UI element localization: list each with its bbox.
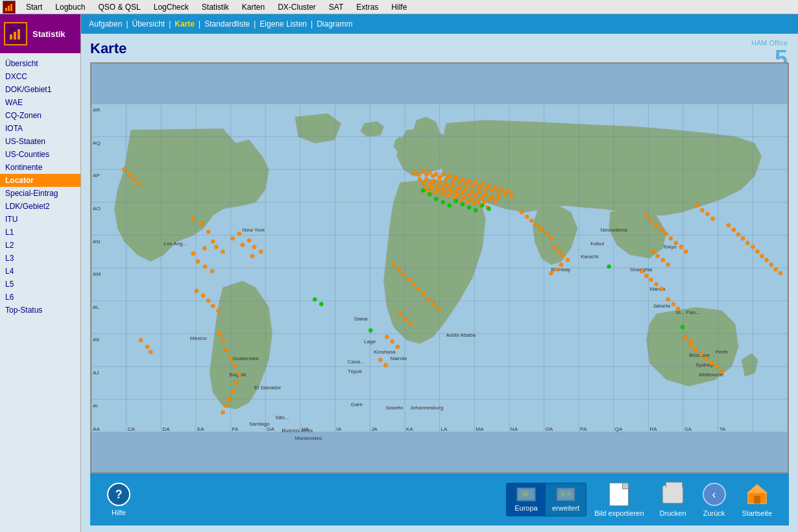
sidebar-item-l6[interactable]: L6 (0, 291, 80, 304)
svg-point-209 (201, 293, 205, 297)
sub-nav-separator: | (254, 19, 256, 29)
svg-point-298 (732, 228, 736, 232)
svg-point-238 (391, 339, 394, 343)
svg-point-153 (444, 182, 448, 186)
svg-text:Kinshasa: Kinshasa (374, 349, 396, 355)
sub-nav-separator: | (126, 19, 128, 29)
sidebar-item-wae[interactable]: WAE (0, 96, 80, 109)
world-map[interactable]: AA CA DA EA FA GA HA IA JA KA LA MA NA O… (90, 62, 789, 474)
sidebar-item-iota[interactable]: IOTA (0, 122, 80, 135)
sidebar-item--bersicht[interactable]: Übersicht (0, 57, 80, 70)
svg-point-160 (467, 193, 471, 197)
app-logo (3, 1, 16, 14)
svg-text:AJ: AJ (93, 370, 99, 376)
export-button[interactable]: Bild exportieren (586, 479, 651, 520)
menu-hilfe[interactable]: Hilfe (385, 1, 413, 13)
menu-logbuch[interactable]: Logbuch (49, 1, 91, 13)
svg-point-287 (666, 298, 670, 302)
svg-point-314 (454, 199, 458, 203)
svg-text:México: México (190, 335, 207, 341)
svg-text:Nairobi: Nairobi (391, 356, 407, 361)
svg-marker-332 (747, 484, 768, 493)
svg-rect-1 (8, 6, 10, 11)
sub-nav-item-standardliste[interactable]: Standardliste (204, 19, 250, 29)
menu-logcheck[interactable]: LogCheck (147, 1, 195, 13)
svg-text:FA: FA (232, 426, 239, 432)
svg-text:Jakarta: Jakarta (653, 303, 670, 309)
svg-point-247 (544, 232, 548, 236)
svg-point-122 (437, 175, 441, 179)
sidebar-item-dok-gebiet1[interactable]: DOK/Gebiet1 (0, 83, 80, 96)
print-button[interactable]: Drucken (652, 479, 694, 520)
sidebar-item-us-counties[interactable]: US-Counties (0, 148, 80, 161)
svg-point-296 (149, 350, 152, 354)
menu-start[interactable]: Start (19, 1, 49, 13)
svg-point-306 (769, 263, 773, 267)
svg-point-149 (431, 179, 435, 183)
svg-point-144 (510, 194, 514, 198)
sidebar-item-l3[interactable]: L3 (0, 252, 80, 265)
sidebar-item-locator[interactable]: Locator (0, 174, 80, 187)
menu-karten[interactable]: Karten (236, 1, 271, 13)
sidebar-item-itu[interactable]: ITU (0, 213, 80, 226)
sub-nav-item-eigene-listen[interactable]: Eigene Listen (260, 19, 307, 29)
menu-dx-cluster[interactable]: DX-Cluster (271, 1, 322, 13)
menu-extras[interactable]: Extras (350, 1, 385, 13)
sidebar-item-cq-zonen[interactable]: CQ-Zonen (0, 109, 80, 122)
svg-point-175 (440, 193, 444, 197)
erweitert-toggle-btn[interactable]: erweitert (546, 483, 586, 516)
svg-point-196 (214, 245, 218, 249)
svg-point-233 (436, 307, 440, 311)
svg-point-197 (221, 250, 224, 254)
sub-nav-item-karte[interactable]: Karte (175, 19, 195, 29)
sidebar-item-kontinente[interactable]: Kontinente (0, 161, 80, 174)
svg-text:Karachi: Karachi (581, 254, 599, 260)
sub-nav-separator: | (199, 19, 200, 29)
sub-nav-item-aufgaben[interactable]: Aufgaben (89, 19, 122, 29)
svg-point-176 (443, 189, 447, 193)
sidebar-item-us-staaten[interactable]: US-Staaten (0, 135, 80, 148)
help-button[interactable]: ? Hilfe (99, 480, 138, 519)
europa-toggle-btn[interactable]: Europa (507, 483, 546, 516)
sidebar-item-l1[interactable]: L1 (0, 226, 80, 239)
back-button[interactable]: ‹ Zurück (694, 479, 734, 520)
sub-nav-item-diagramm[interactable]: Diagramm (317, 19, 352, 29)
sidebar-item-special-eintrag[interactable]: Special-Eintrag (0, 187, 80, 200)
svg-point-271 (699, 353, 703, 357)
svg-point-311 (434, 197, 438, 201)
svg-point-283 (644, 274, 648, 278)
sidebar-item-l2[interactable]: L2 (0, 239, 80, 252)
sidebar-item-l5[interactable]: L5 (0, 278, 80, 291)
erweitert-map-icon (556, 487, 575, 502)
sub-nav-item--bersicht[interactable]: Übersicht (132, 19, 165, 29)
sidebar-item-top-status[interactable]: Top-Status (0, 304, 80, 317)
svg-text:Lage: Lage (364, 339, 376, 345)
svg-text:Gare: Gare (351, 402, 363, 407)
svg-point-308 (779, 271, 782, 275)
sidebar-item-ldk-gebiet2[interactable]: LDK/Gebiet2 (0, 200, 80, 213)
home-button[interactable]: Startseite (734, 479, 780, 520)
help-label: Hilfe (112, 509, 126, 516)
svg-point-125 (448, 174, 452, 178)
svg-point-252 (566, 258, 570, 262)
svg-point-161 (470, 189, 474, 193)
svg-point-167 (490, 195, 494, 199)
svg-point-225 (397, 267, 401, 271)
svg-point-169 (497, 196, 501, 200)
svg-point-134 (477, 186, 481, 189)
menu-sat[interactable]: SAT (322, 1, 350, 13)
bottom-toolbar: ? Hilfe Europa (90, 474, 789, 526)
svg-text:AP: AP (93, 173, 100, 178)
svg-point-192 (206, 230, 210, 234)
svg-rect-5 (18, 29, 20, 40)
svg-text:Montevideo: Montevideo (295, 435, 322, 441)
svg-point-212 (216, 309, 220, 313)
svg-point-115 (413, 171, 417, 175)
sidebar-item-dxcc[interactable]: DXCC (0, 70, 80, 83)
svg-text:Guatemala: Guatemala (233, 356, 259, 361)
menu-statistik[interactable]: Statistik (195, 1, 236, 13)
sidebar-item-l4[interactable]: L4 (0, 265, 80, 278)
menu-qso-qsl[interactable]: QSO & QSL (91, 1, 147, 13)
svg-point-142 (503, 193, 507, 197)
svg-point-304 (760, 254, 764, 258)
